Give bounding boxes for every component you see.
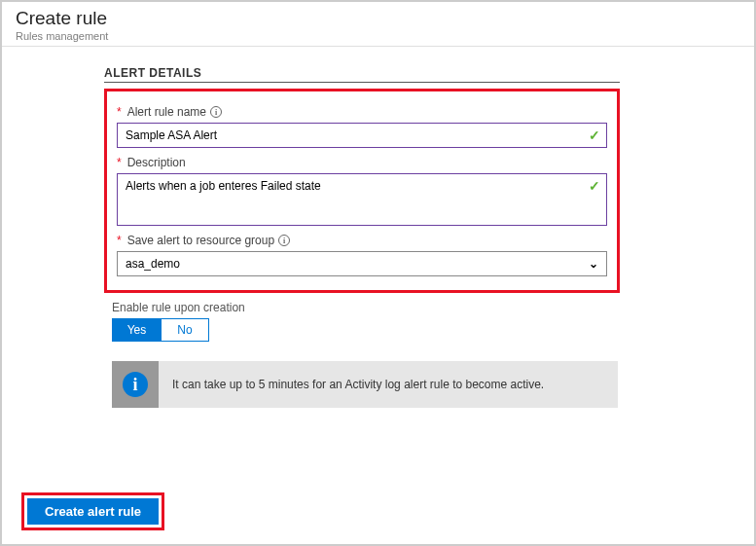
rule-name-label: Alert rule name bbox=[127, 105, 206, 119]
info-icon[interactable]: i bbox=[210, 106, 222, 118]
resource-group-label: Save alert to resource group bbox=[127, 234, 274, 247]
page-header: Create rule Rules management bbox=[2, 2, 754, 47]
resource-group-select-wrap: asa_demo ⌄ bbox=[117, 251, 607, 276]
info-icon: i bbox=[123, 372, 148, 397]
create-alert-rule-button[interactable]: Create alert rule bbox=[27, 498, 159, 525]
description-input[interactable] bbox=[118, 174, 606, 221]
footer: Create alert rule bbox=[21, 492, 164, 530]
resource-group-label-row: * Save alert to resource group i bbox=[117, 234, 607, 247]
field-resource-group: * Save alert to resource group i asa_dem… bbox=[117, 234, 607, 276]
info-banner-icon-col: i bbox=[112, 361, 159, 408]
section-title: ALERT DETAILS bbox=[104, 66, 620, 83]
field-rule-name: * Alert rule name i ✓ bbox=[117, 105, 607, 148]
enable-no-button[interactable]: No bbox=[161, 318, 209, 342]
required-asterisk: * bbox=[117, 105, 122, 119]
checkmark-icon: ✓ bbox=[589, 178, 600, 194]
content-area: ALERT DETAILS * Alert rule name i ✓ * De… bbox=[2, 47, 754, 408]
create-button-highlight: Create alert rule bbox=[21, 492, 164, 530]
enable-yes-button[interactable]: Yes bbox=[112, 318, 161, 342]
required-asterisk: * bbox=[117, 234, 122, 247]
page-title: Create rule bbox=[16, 8, 740, 29]
description-input-wrap: ✓ bbox=[117, 173, 607, 226]
rule-name-label-row: * Alert rule name i bbox=[117, 105, 607, 119]
checkmark-icon: ✓ bbox=[589, 127, 600, 143]
info-banner: i It can take up to 5 minutes for an Act… bbox=[112, 361, 618, 408]
enable-rule-toggle: Yes No bbox=[112, 318, 735, 342]
page-subtitle: Rules management bbox=[16, 30, 740, 42]
field-description: * Description ✓ bbox=[117, 156, 607, 226]
required-asterisk: * bbox=[117, 156, 122, 169]
info-banner-message: It can take up to 5 minutes for an Activ… bbox=[159, 378, 558, 391]
enable-rule-label: Enable rule upon creation bbox=[112, 301, 628, 314]
resource-group-select[interactable]: asa_demo bbox=[118, 252, 606, 275]
info-icon[interactable]: i bbox=[278, 235, 290, 246]
rule-name-input[interactable] bbox=[118, 124, 606, 147]
rule-name-input-wrap: ✓ bbox=[117, 123, 607, 148]
alert-details-highlight: * Alert rule name i ✓ * Description ✓ * bbox=[104, 89, 620, 293]
description-label: Description bbox=[127, 156, 186, 169]
description-label-row: * Description bbox=[117, 156, 607, 169]
